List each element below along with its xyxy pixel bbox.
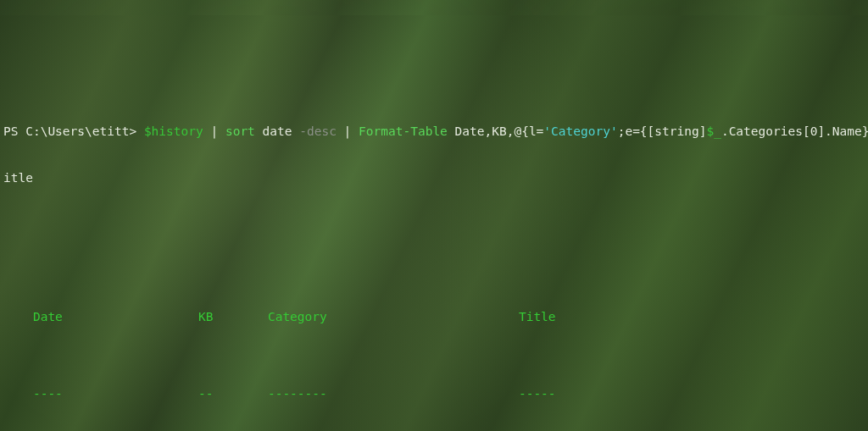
- terminal-output[interactable]: PS C:\Users\etitt> $history | sort date …: [0, 77, 868, 431]
- header-title: Title: [519, 309, 868, 324]
- blank-line: [3, 232, 865, 247]
- underline-date: ----: [33, 386, 198, 401]
- ft-args-2: ;e={[string]: [618, 124, 707, 138]
- prompt-line: PS C:\Users\etitt> $history | sort date …: [3, 124, 865, 139]
- str-category: 'Category': [543, 124, 617, 138]
- underline-kb: --: [198, 386, 268, 401]
- table-header-underline: -------------------: [3, 371, 865, 417]
- ft-args-3: .Categories[0].Name}},T: [721, 124, 868, 138]
- header-category: Category: [268, 309, 519, 324]
- cmd-format-table: Format-Table: [359, 124, 448, 138]
- arg-date: date: [255, 124, 299, 138]
- cmd-sort: sort: [225, 124, 255, 138]
- underline-category: --------: [268, 386, 519, 401]
- prompt-line-wrap: itle: [3, 170, 865, 185]
- pipe-2: |: [337, 124, 359, 138]
- table-header: DateKBCategoryTitle: [3, 294, 865, 340]
- prompt-line2: itle: [3, 171, 33, 185]
- prompt-prefix: PS C:\Users\etitt>: [3, 124, 144, 138]
- header-kb: KB: [198, 309, 268, 324]
- pipe-1: |: [203, 124, 225, 138]
- header-date: Date: [33, 309, 198, 324]
- underline-title: -----: [519, 386, 868, 401]
- opt-desc: -desc: [299, 124, 337, 138]
- cmd-history: $history: [144, 124, 203, 138]
- pipeline-var: $_: [706, 124, 721, 138]
- ft-args-1: Date,KB,@{l=: [448, 124, 544, 138]
